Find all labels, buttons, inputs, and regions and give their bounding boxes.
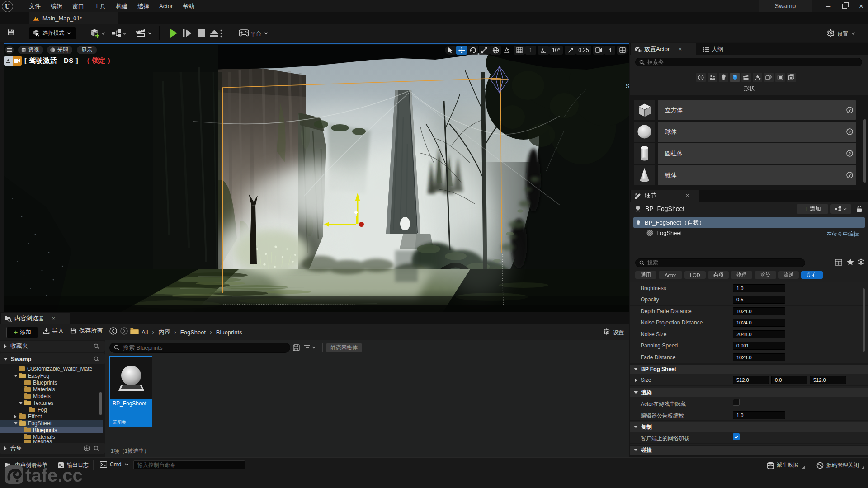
svg-text:?: ? xyxy=(849,130,851,134)
svg-text:?: ? xyxy=(849,151,851,156)
svg-text:tafe.cc: tafe.cc xyxy=(25,465,83,485)
svg-text:S: S xyxy=(626,83,629,89)
svg-text:?: ? xyxy=(849,173,851,178)
svg-text:?: ? xyxy=(849,108,851,113)
